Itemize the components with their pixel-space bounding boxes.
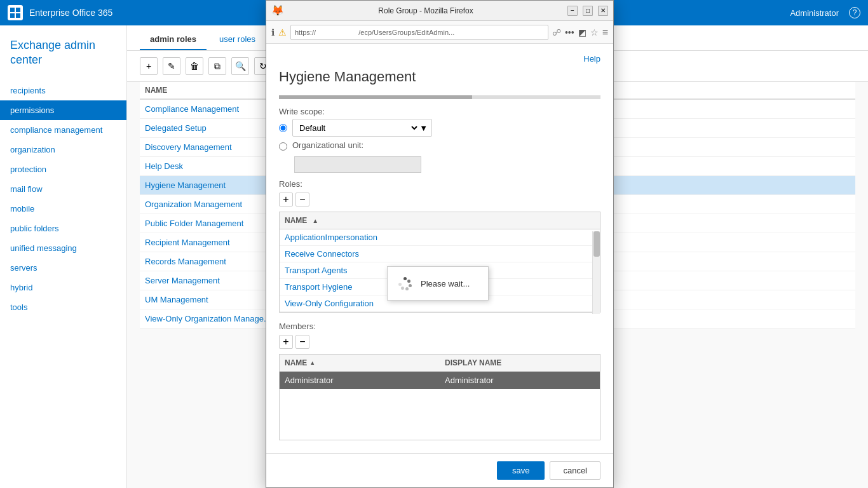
sort-icon: ▲ xyxy=(312,217,318,224)
roles-label: Roles: xyxy=(279,179,600,189)
browser-content: Help Hygiene Management Write scope: Def… xyxy=(266,44,613,453)
sidebar-item-public-folders[interactable]: public folders xyxy=(0,219,126,238)
roles-table-header[interactable]: NAME ▲ xyxy=(280,212,600,229)
menu-icon[interactable]: ≡ xyxy=(602,27,608,38)
roles-scrollbar-track[interactable] xyxy=(592,231,600,314)
bookmark-icon[interactable]: ☆ xyxy=(590,27,599,37)
help-link[interactable]: Help xyxy=(583,54,600,64)
tab-admin-roles[interactable]: admin roles xyxy=(140,29,207,50)
close-button[interactable]: ✕ xyxy=(598,6,608,16)
scroll-indicator xyxy=(279,95,600,99)
default-scope-radio-row: Default ▼ xyxy=(279,119,600,137)
dropdown-chevron-icon: ▼ xyxy=(419,123,428,133)
sort-asc-icon: ▲ xyxy=(309,360,315,366)
save-button[interactable]: save xyxy=(497,461,545,480)
members-table: NAME ▲ DISPLAY NAME Administrator Admini… xyxy=(279,354,600,440)
sidebar-item-mail-flow[interactable]: mail flow xyxy=(0,179,126,199)
members-section: Members: + − NAME ▲ DISPLAY NAME Adminis… xyxy=(279,322,600,440)
modal-footer: save cancel xyxy=(266,453,613,487)
role-row-appimpersonation[interactable]: ApplicationImpersonation xyxy=(280,229,600,246)
info-icon[interactable]: ℹ xyxy=(271,27,275,37)
members-add-remove-btns: + − xyxy=(279,335,600,349)
please-wait-popup: Please wait... xyxy=(387,266,489,301)
sidebar-item-compliance[interactable]: compliance management xyxy=(0,120,126,140)
scope-dropdown[interactable]: Default ▼ xyxy=(292,119,432,137)
sidebar-item-protection[interactable]: protection xyxy=(0,159,126,179)
maximize-button[interactable]: □ xyxy=(583,6,593,16)
member-displayname-cell: Administrator xyxy=(440,372,600,389)
cancel-button[interactable]: cancel xyxy=(550,461,600,480)
org-unit-input[interactable] xyxy=(294,156,421,173)
page-title: Exchange admin center xyxy=(0,32,126,81)
write-scope-row: Write scope: Default ▼ Organizational un… xyxy=(279,107,600,173)
role-row-receive-connectors[interactable]: Receive Connectors xyxy=(280,246,600,262)
default-radio[interactable] xyxy=(279,124,287,132)
modal-help: Help xyxy=(279,54,600,64)
reader-icon[interactable]: ☍ xyxy=(552,27,561,37)
lock-icon: ⚠ xyxy=(278,27,287,37)
members-remove-button[interactable]: − xyxy=(295,335,309,349)
roles-scrollbar-thumb[interactable] xyxy=(593,231,600,257)
svg-rect-2 xyxy=(10,13,15,18)
members-label: Members: xyxy=(279,322,600,331)
delete-button[interactable]: 🗑 xyxy=(186,57,203,75)
app-title: Enterprise Office 365 xyxy=(29,8,112,18)
loading-spinner xyxy=(398,276,413,291)
members-row-administrator[interactable]: Administrator Administrator xyxy=(280,372,600,389)
minimize-button[interactable]: − xyxy=(567,6,578,16)
help-icon[interactable]: ? xyxy=(849,7,860,18)
roles-add-button[interactable]: + xyxy=(279,193,293,207)
orgunit-radio[interactable] xyxy=(279,142,287,151)
members-add-button[interactable]: + xyxy=(279,335,293,349)
copy-button[interactable]: ⧉ xyxy=(208,57,226,75)
browser-title: Role Group - Mozilla Firefox xyxy=(289,6,562,15)
address-input[interactable] xyxy=(290,25,548,40)
edit-button[interactable]: ✎ xyxy=(163,57,180,75)
browser-window: 🦊 Role Group - Mozilla Firefox − □ ✕ ℹ ⚠… xyxy=(266,0,614,488)
write-scope-label: Write scope: xyxy=(279,107,600,116)
sidebar-item-permissions[interactable]: permissions xyxy=(0,100,126,120)
add-button[interactable]: + xyxy=(140,57,158,75)
app-logo xyxy=(8,5,23,20)
browser-titlebar: 🦊 Role Group - Mozilla Firefox − □ ✕ xyxy=(266,1,613,21)
modal-title: Hygiene Management xyxy=(279,69,600,85)
org-unit-radio-row: Organizational unit: xyxy=(279,140,600,152)
members-table-empty-area xyxy=(280,389,600,440)
sidebar-item-hybrid[interactable]: hybrid xyxy=(0,278,126,297)
shield-icon[interactable]: ◩ xyxy=(578,27,587,37)
roles-remove-button[interactable]: − xyxy=(295,193,309,207)
sidebar-item-organization[interactable]: organization xyxy=(0,140,126,159)
members-name-col-header[interactable]: NAME ▲ xyxy=(280,355,440,371)
svg-rect-1 xyxy=(16,8,20,12)
org-unit-label: Organizational unit: xyxy=(292,140,363,150)
sidebar: Exchange admin center recipients permiss… xyxy=(0,25,127,488)
sidebar-item-servers[interactable]: servers xyxy=(0,258,126,278)
sidebar-item-recipients[interactable]: recipients xyxy=(0,81,126,100)
admin-label[interactable]: Administrator xyxy=(790,8,839,18)
scope-select[interactable]: Default xyxy=(297,123,419,133)
roles-name-column: NAME xyxy=(285,216,307,225)
tab-user-roles[interactable]: user roles xyxy=(209,29,266,50)
sidebar-item-tools[interactable]: tools xyxy=(0,297,126,317)
name-column-header: NAME xyxy=(145,86,167,95)
scroll-bar xyxy=(279,95,472,99)
sidebar-item-mobile[interactable]: mobile xyxy=(0,199,126,219)
sidebar-item-unified-messaging[interactable]: unified messaging xyxy=(0,238,126,258)
svg-rect-0 xyxy=(10,8,15,12)
browser-addressbar: ℹ ⚠ ☍ ••• ◩ ☆ ≡ xyxy=(266,21,613,44)
firefox-icon: 🦊 xyxy=(271,4,284,17)
search-button[interactable]: 🔍 xyxy=(231,57,249,75)
members-displayname-col-header[interactable]: DISPLAY NAME xyxy=(440,355,600,371)
more-options-icon[interactable]: ••• xyxy=(565,27,574,37)
please-wait-text: Please wait... xyxy=(421,279,470,288)
svg-rect-3 xyxy=(16,13,20,18)
members-table-header: NAME ▲ DISPLAY NAME xyxy=(280,355,600,372)
member-name-cell: Administrator xyxy=(280,372,440,389)
roles-add-remove-btns: + − xyxy=(279,193,600,207)
